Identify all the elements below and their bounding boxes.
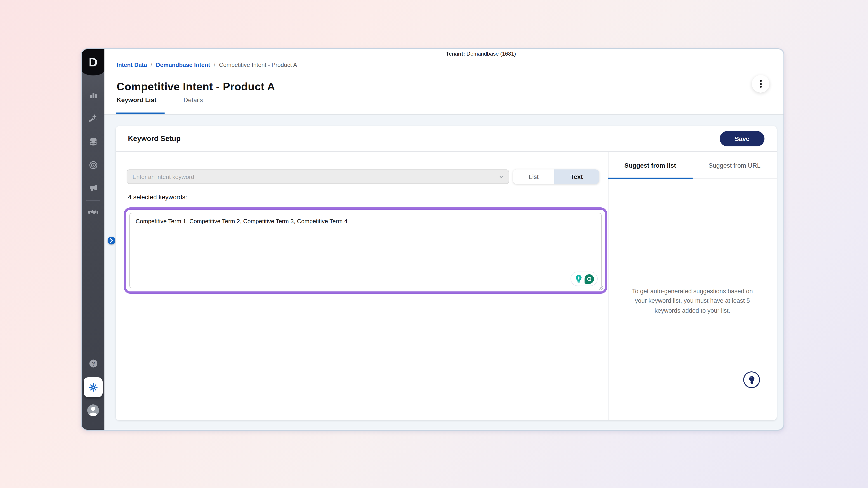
megaphone-icon — [88, 183, 98, 192]
breadcrumb-separator: / — [214, 61, 215, 68]
tab-keyword-list[interactable]: Keyword List — [117, 96, 156, 103]
suggestions-idea-button[interactable] — [743, 371, 760, 388]
breadcrumb-separator: / — [151, 61, 152, 68]
handshake-icon — [88, 207, 98, 218]
svg-text:?: ? — [92, 360, 95, 366]
suggestions-tabs: Suggest from list Suggest from URL — [608, 152, 777, 179]
grammarly-logo-icon[interactable] — [585, 274, 594, 284]
toggle-text-option[interactable]: Text — [554, 169, 599, 184]
target-icon — [88, 160, 98, 170]
sidebar-item-targeting[interactable] — [82, 156, 104, 174]
kebab-dot — [760, 86, 762, 88]
keyword-setup-card: Keyword Setup Save List Text 4selected k… — [116, 126, 777, 420]
panel-expand-button[interactable] — [107, 237, 115, 245]
breadcrumb-demandbase-intent[interactable]: Demandbase Intent — [156, 61, 210, 68]
tenant-label: Tenant: — [446, 51, 465, 57]
toggle-list-option[interactable]: List — [513, 169, 554, 184]
user-avatar[interactable] — [87, 404, 99, 416]
person-icon — [87, 404, 99, 416]
lightbulb-icon — [747, 375, 756, 384]
sidebar: D — [82, 49, 104, 430]
tab-details[interactable]: Details — [184, 96, 203, 103]
intent-keyword-input[interactable] — [127, 169, 509, 184]
logo-letter: D — [89, 56, 98, 68]
sidebar-item-analytics[interactable] — [82, 86, 104, 104]
kebab-dot — [760, 80, 762, 82]
app-window: D — [81, 48, 784, 431]
gear-icon — [88, 383, 98, 392]
selected-keywords-label: 4selected keywords: — [128, 193, 187, 201]
sidebar-divider — [86, 200, 100, 201]
demandbase-logo[interactable]: D — [82, 49, 104, 75]
sidebar-item-data[interactable] — [82, 132, 104, 151]
card-title: Keyword Setup — [128, 135, 181, 143]
suggestions-panel: Suggest from list Suggest from URL To ge… — [608, 152, 777, 420]
active-tab-underline — [116, 112, 164, 114]
chevron-right-icon — [110, 238, 114, 243]
selected-suffix: selected keywords: — [133, 193, 187, 201]
sidebar-item-settings[interactable] — [84, 377, 103, 397]
bar-chart-icon — [88, 90, 98, 100]
database-icon — [88, 137, 98, 146]
suggestions-empty-message: To get auto-generated suggestions based … — [625, 286, 760, 316]
kebab-dot — [760, 83, 762, 85]
view-mode-toggle: List Text — [513, 169, 599, 184]
breadcrumb-intent-data[interactable]: Intent Data — [117, 61, 147, 68]
save-button[interactable]: Save — [720, 131, 765, 147]
page-title: Competitive Intent - Product A — [117, 80, 275, 93]
tab-suggest-from-url[interactable]: Suggest from URL — [692, 152, 777, 178]
page-header: Tenant: Demandbase (1681) Intent Data / … — [104, 49, 784, 115]
textarea-resize-handle[interactable] — [599, 286, 603, 290]
card-body: List Text 4selected keywords: Competitiv… — [116, 152, 777, 420]
breadcrumb: Intent Data / Demandbase Intent / Compet… — [117, 61, 297, 68]
tab-suggest-from-list[interactable]: Suggest from list — [608, 152, 692, 178]
card-header: Keyword Setup Save — [116, 126, 777, 152]
tenant-value: Demandbase (1681) — [467, 51, 516, 57]
keywords-textarea-highlight: Competitive Term 1, Competitive Term 2, … — [124, 207, 607, 294]
desktop-background: D — [0, 0, 868, 488]
tenant-indicator: Tenant: Demandbase (1681) — [446, 51, 516, 57]
sidebar-item-advertising[interactable] — [82, 178, 104, 197]
question-mark-icon: ? — [88, 359, 98, 368]
sidebar-item-sales[interactable] — [82, 203, 104, 221]
sidebar-item-help[interactable]: ? — [82, 354, 104, 372]
keywords-textarea[interactable]: Competitive Term 1, Competitive Term 2, … — [129, 213, 602, 288]
page-tabs: Keyword List Details — [117, 96, 203, 103]
breadcrumb-current: Competitive Intent - Product A — [219, 61, 297, 68]
grammarly-widget[interactable] — [570, 271, 598, 286]
more-options-button[interactable] — [752, 75, 770, 93]
selected-count: 4 — [128, 193, 131, 201]
magic-wand-icon — [88, 113, 98, 123]
sidebar-item-orchestration[interactable] — [82, 109, 104, 127]
grammarly-suggestion-bulb-icon[interactable] — [574, 274, 583, 283]
